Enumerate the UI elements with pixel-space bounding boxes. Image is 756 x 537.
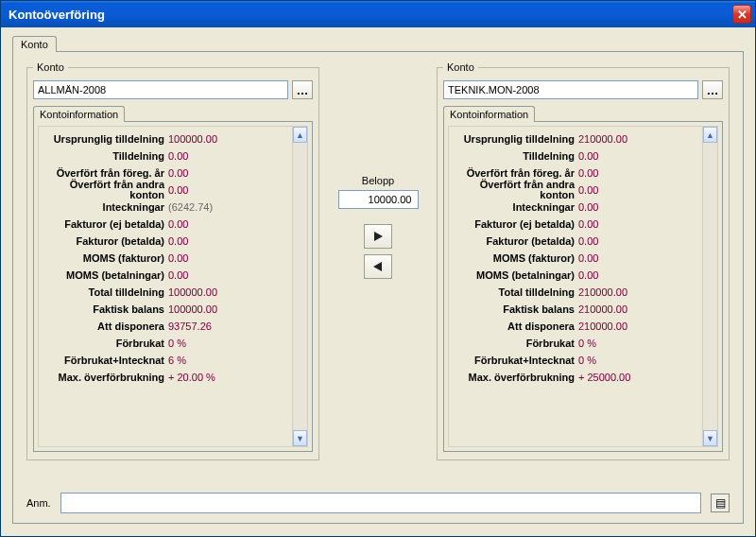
value: 0.00: [578, 167, 598, 179]
label: Förbrukat+Intecknat: [41, 355, 168, 366]
label: Inteckningar: [451, 202, 578, 213]
label: Förbrukat: [41, 338, 168, 349]
label: Ursprunglig tilldelning: [41, 134, 168, 145]
scroll-up-icon[interactable]: ▲: [703, 127, 717, 143]
value: 0.00: [578, 269, 598, 281]
right-info-panel: Ursprunglig tilldelning210000.00 Tilldel…: [443, 121, 723, 452]
value: 0.00: [578, 218, 598, 230]
value: 0.00: [168, 150, 188, 162]
remarks-label: Anm.: [26, 497, 51, 509]
transfer-middle: Belopp: [319, 61, 437, 285]
play-left-icon: [372, 261, 384, 272]
ellipsis-icon: …: [297, 83, 309, 97]
value: 0.00: [168, 269, 188, 281]
note-icon: ▤: [715, 496, 726, 510]
transfer-right-button[interactable]: [364, 224, 392, 249]
label: MOMS (fakturor): [451, 253, 578, 264]
label: Faktisk balans: [41, 304, 168, 315]
label: Förbrukat+Intecknat: [451, 355, 578, 366]
label: Överfört från föreg. år: [41, 168, 168, 179]
value: 0.00: [578, 201, 598, 213]
value: + 20.00 %: [168, 372, 215, 383]
label: Faktisk balans: [451, 304, 578, 315]
value: 0.00: [168, 167, 188, 179]
value: 0.00: [578, 150, 598, 162]
right-account-group: Konto … Kontoinformation Ursprunglig til…: [437, 61, 730, 460]
right-legend: Konto: [443, 61, 478, 73]
titlebar: Kontoöverföring ✕: [1, 1, 755, 27]
transfer-left-button[interactable]: [364, 254, 392, 279]
scroll-down-icon[interactable]: ▼: [293, 430, 307, 446]
label: Inteckningar: [41, 202, 168, 213]
right-info-tab[interactable]: Kontoinformation: [443, 106, 535, 122]
value: 0 %: [578, 338, 596, 349]
value: 210000.00: [578, 320, 627, 332]
label: Total tilldelning: [41, 287, 168, 298]
value: 6 %: [168, 355, 186, 366]
remarks-input[interactable]: [60, 493, 701, 513]
close-button[interactable]: ✕: [732, 5, 751, 24]
right-scrollbar[interactable]: ▲ ▼: [702, 127, 717, 446]
window: Kontoöverföring ✕ Konto Konto … Kontoinf…: [0, 0, 756, 537]
value: 0.00: [168, 184, 188, 196]
label: Max. överförbrukning: [41, 372, 168, 383]
label: Max. överförbrukning: [451, 372, 578, 383]
main-panel: Konto … Kontoinformation Ursprunglig til…: [12, 51, 744, 524]
value: + 25000.00: [578, 372, 630, 383]
label: Att disponera: [451, 321, 578, 332]
value: 210000.00: [578, 286, 627, 298]
ellipsis-icon: …: [707, 83, 719, 97]
label: Fakturor (ej betalda): [451, 219, 578, 230]
left-account-input[interactable]: [33, 80, 288, 99]
window-title: Kontoöverföring: [9, 8, 105, 22]
right-account-browse-button[interactable]: …: [702, 80, 723, 99]
value: 93757.26: [168, 320, 212, 332]
amount-label: Belopp: [362, 175, 394, 186]
amount-input[interactable]: [338, 190, 419, 209]
value: 0.00: [168, 218, 188, 230]
left-info-panel: Ursprunglig tilldelning100000.00 Tilldel…: [33, 121, 313, 452]
label: Ursprunglig tilldelning: [451, 134, 578, 145]
value: 0 %: [168, 338, 186, 349]
value: 100000.00: [168, 303, 217, 315]
right-info-body: Ursprunglig tilldelning210000.00 Tilldel…: [449, 127, 702, 446]
scroll-up-icon[interactable]: ▲: [293, 127, 307, 143]
label: MOMS (fakturor): [41, 253, 168, 264]
value: 100000.00: [168, 286, 217, 298]
right-account-input[interactable]: [443, 80, 698, 99]
label: Fakturor (ej betalda): [41, 219, 168, 230]
left-account-group: Konto … Kontoinformation Ursprunglig til…: [26, 61, 319, 460]
left-info-body: Ursprunglig tilldelning100000.00 Tilldel…: [39, 127, 292, 446]
left-account-browse-button[interactable]: …: [292, 80, 313, 99]
value: 0.00: [578, 252, 598, 264]
label: Fakturor (betalda): [41, 236, 168, 247]
label: Överfört från andra konton: [41, 180, 168, 200]
label: Fakturor (betalda): [451, 236, 578, 247]
value: 210000.00: [578, 133, 627, 145]
label: MOMS (betalningar): [451, 270, 578, 281]
label: Överfört från andra konton: [451, 180, 578, 200]
value: 210000.00: [578, 303, 627, 315]
label: Överfört från föreg. år: [451, 168, 578, 179]
value: 100000.00: [168, 133, 217, 145]
left-info-tab[interactable]: Kontoinformation: [33, 106, 125, 122]
play-right-icon: [372, 231, 384, 242]
value: 0.00: [168, 252, 188, 264]
label: MOMS (betalningar): [41, 270, 168, 281]
scroll-down-icon[interactable]: ▼: [703, 430, 717, 446]
label: Tilldelning: [41, 151, 168, 162]
value: 0.00: [578, 235, 598, 247]
tab-konto[interactable]: Konto: [12, 36, 57, 52]
label: Förbrukat: [451, 338, 578, 349]
client-area: Konto Konto … Kontoinformation Ursprungl…: [1, 27, 755, 536]
label: Att disponera: [41, 321, 168, 332]
value: 0 %: [578, 355, 596, 366]
svg-marker-1: [373, 262, 382, 271]
label: Total tilldelning: [451, 287, 578, 298]
close-icon: ✕: [737, 8, 747, 22]
value: 0.00: [578, 184, 598, 196]
value: 0.00: [168, 235, 188, 247]
left-scrollbar[interactable]: ▲ ▼: [292, 127, 307, 446]
remarks-browse-button[interactable]: ▤: [711, 494, 730, 512]
left-legend: Konto: [33, 61, 68, 73]
